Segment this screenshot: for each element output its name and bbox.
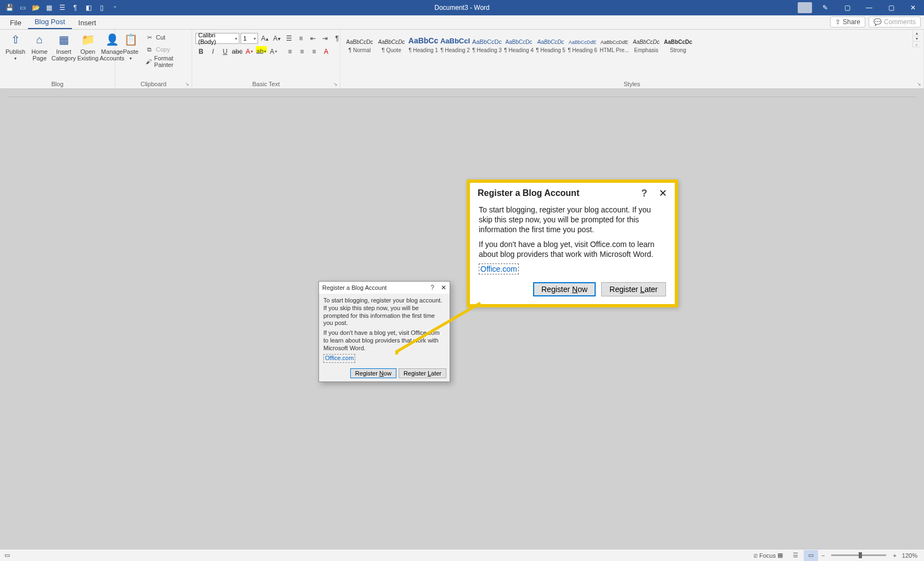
numbering-button[interactable]: ≡: [295, 33, 306, 44]
italic-button[interactable]: I: [208, 46, 219, 57]
style-item[interactable]: AaBbCc¶ Heading 1: [407, 32, 439, 54]
focus-mode-button[interactable]: ⎚Focus: [758, 550, 772, 561]
home-icon: ⌂: [32, 32, 47, 47]
share-button[interactable]: ⇪Share: [830, 16, 865, 27]
paste-icon: 📋: [123, 32, 138, 47]
tab-file[interactable]: File: [3, 16, 28, 29]
align-center-button[interactable]: ≡: [296, 46, 307, 57]
open-existing-icon: 📁: [80, 32, 96, 47]
dialog-title: Register a Blog Account: [322, 284, 387, 291]
style-item[interactable]: AaBbCcDc¶ Heading 3: [471, 32, 503, 54]
comments-button[interactable]: 💬Comments: [869, 16, 921, 27]
style-item[interactable]: AaBbCcDc¶ Normal: [344, 32, 376, 54]
style-item[interactable]: AaBbCcDdEHTML Pre...: [598, 32, 630, 54]
callout-register-later-button[interactable]: Register Later: [601, 282, 666, 296]
toggle-icon[interactable]: ◧: [82, 2, 94, 14]
zoom-in-button[interactable]: +: [891, 552, 898, 559]
callout-office-link[interactable]: Office.com: [479, 263, 519, 274]
align-right-button[interactable]: ≡: [309, 46, 320, 57]
read-mode-button[interactable]: ☰: [788, 550, 803, 561]
minimize-button[interactable]: ―: [858, 0, 880, 15]
maximize-button[interactable]: ▢: [880, 0, 902, 15]
open-existing-button[interactable]: 📁Open Existing: [76, 31, 100, 63]
styles-scroll-down[interactable]: ▾: [913, 36, 920, 42]
style-item[interactable]: AaBbCcDc¶ Heading 4: [503, 32, 535, 54]
styles-scroll-up[interactable]: ▴: [913, 31, 920, 36]
register-now-button[interactable]: Register Now: [350, 368, 396, 378]
styles-scroll: ▴ ▾ ⌄: [912, 31, 920, 47]
callout-titlebar[interactable]: Register a Blog Account ? ✕: [470, 183, 675, 203]
home-page-button[interactable]: ⌂Home Page: [27, 31, 52, 63]
qat-customize-icon[interactable]: ⁼: [109, 2, 121, 14]
focus-icon: ⎚: [754, 552, 758, 559]
row-icon[interactable]: ☰: [56, 2, 68, 14]
style-item[interactable]: AaBbCcI¶ Heading 2: [439, 32, 471, 54]
zoom-slider[interactable]: [831, 554, 886, 556]
format-painter-button[interactable]: 🖌Format Painter: [145, 56, 186, 67]
bold-button[interactable]: B: [195, 46, 206, 57]
group-clipboard: 📋Paste▾ ✂Cut ⧉Copy 🖌Format Painter Clipb…: [115, 30, 192, 88]
highlight-button[interactable]: ab: [256, 46, 267, 57]
underline-button[interactable]: U: [220, 46, 231, 57]
style-item[interactable]: AaBbCcDcEmphasis: [630, 32, 662, 54]
pen-icon[interactable]: ✎: [814, 0, 836, 15]
font-color-button[interactable]: A: [244, 46, 255, 57]
style-item[interactable]: AaBbCcDc¶ Heading 5: [535, 32, 567, 54]
increase-indent-button[interactable]: ⇥: [320, 33, 331, 44]
tab-insert[interactable]: Insert: [72, 16, 103, 29]
dialog-close-button[interactable]: ✕: [441, 284, 446, 291]
insert-category-button[interactable]: ▦Insert Category: [52, 31, 76, 63]
callout-help-button[interactable]: ?: [641, 188, 647, 199]
styles-gallery[interactable]: AaBbCcDc¶ NormalAaBbCcDc¶ QuoteAaBbCc¶ H…: [344, 31, 912, 54]
style-item[interactable]: AaBbCcDc¶ Quote: [376, 32, 407, 54]
decrease-indent-button[interactable]: ⇤: [307, 33, 318, 44]
web-layout-button[interactable]: ▭: [804, 550, 818, 561]
pilcrow-icon[interactable]: ¶: [69, 2, 81, 14]
basic-text-launcher[interactable]: ↘: [332, 81, 339, 87]
styles-expand[interactable]: ⌄: [913, 42, 920, 47]
group-label-basic-text: Basic Text: [195, 80, 337, 88]
save-icon[interactable]: 💾: [3, 2, 15, 14]
zoom-level[interactable]: 120%: [900, 552, 920, 559]
dialog-titlebar[interactable]: Register a Blog Account ? ✕: [319, 282, 450, 294]
open-icon[interactable]: 📂: [30, 2, 42, 14]
close-button[interactable]: ✕: [902, 0, 924, 15]
strike-button[interactable]: abc: [232, 46, 243, 57]
document-area: Register a Blog Account ? ✕ To start blo…: [0, 89, 924, 549]
register-blog-callout: Register a Blog Account ? ✕ To start blo…: [467, 179, 678, 307]
callout-close-button[interactable]: ✕: [659, 187, 667, 199]
paste-button[interactable]: 📋Paste▾: [119, 31, 143, 62]
comment-icon: 💬: [873, 18, 882, 26]
publish-button[interactable]: ⇧Publish▾: [3, 31, 27, 62]
style-item[interactable]: AaBbCcDdE¶ Heading 6: [567, 32, 598, 54]
callout-register-now-button[interactable]: Register Now: [533, 282, 596, 296]
grow-font-button[interactable]: A▴: [259, 33, 270, 44]
tab-blog-post[interactable]: Blog Post: [28, 15, 72, 29]
align-left-button[interactable]: ≡: [284, 46, 295, 57]
office-link[interactable]: Office.com: [323, 354, 355, 363]
dialog-help-button[interactable]: ?: [430, 284, 434, 291]
bullets-button[interactable]: ☰: [283, 33, 294, 44]
new-icon[interactable]: ▭: [16, 2, 29, 14]
clear-all-button[interactable]: A: [321, 46, 332, 57]
font-size-combo[interactable]: 1: [240, 33, 258, 44]
publish-icon: ⇧: [8, 32, 23, 47]
style-item[interactable]: AaBbCcDcStrong: [662, 32, 694, 54]
clear-format-button[interactable]: A: [268, 46, 279, 57]
register-later-button[interactable]: Register Later: [399, 368, 446, 378]
user-avatar[interactable]: [798, 2, 812, 13]
styles-launcher[interactable]: ↘: [916, 81, 922, 87]
shrink-font-button[interactable]: A▾: [271, 33, 282, 44]
font-name-combo[interactable]: Calibri (Body): [195, 33, 239, 44]
status-icon[interactable]: ▭: [4, 552, 10, 559]
callout-title: Register a Blog Account: [478, 188, 579, 198]
page-icon[interactable]: ▯: [96, 2, 108, 14]
table-icon[interactable]: ▦: [43, 2, 55, 14]
zoom-out-button[interactable]: −: [819, 552, 827, 559]
ribbon-display-icon[interactable]: ▢: [836, 0, 858, 15]
group-styles: AaBbCcDc¶ NormalAaBbCcDc¶ QuoteAaBbCc¶ H…: [340, 30, 924, 88]
copy-button[interactable]: ⧉Copy: [145, 44, 186, 55]
cut-button[interactable]: ✂Cut: [145, 32, 186, 43]
print-layout-button[interactable]: ▦: [773, 550, 787, 561]
clipboard-launcher[interactable]: ↘: [184, 81, 191, 87]
